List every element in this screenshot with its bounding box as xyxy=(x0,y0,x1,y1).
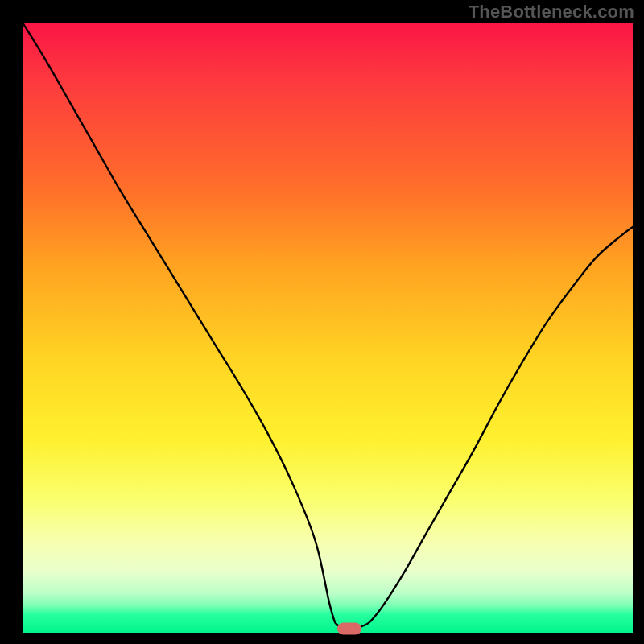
bottleneck-curve xyxy=(23,23,633,633)
chart-container: TheBottleneck.com xyxy=(0,0,644,644)
watermark-text: TheBottleneck.com xyxy=(469,2,634,23)
optimum-marker xyxy=(337,623,361,635)
plot-area xyxy=(23,23,633,633)
